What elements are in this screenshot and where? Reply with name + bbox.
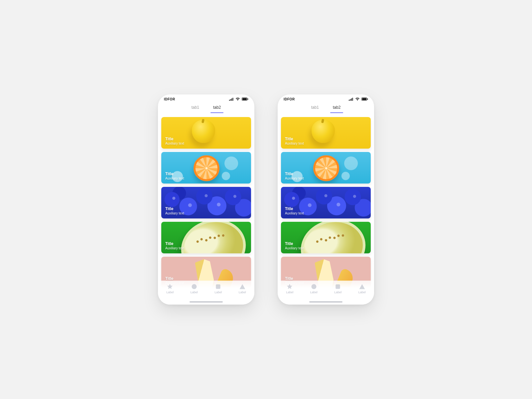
svg-rect-8 [216, 284, 220, 289]
card-aux: Auxiliary text [165, 177, 184, 180]
cellular-icon [229, 97, 234, 101]
card-title: Title [165, 276, 184, 281]
svg-rect-9 [349, 100, 349, 101]
phone-mockup-left: IDFOR tab1 tab2 Title Auxiliary text Tit… [158, 94, 254, 305]
card-title: Title [165, 137, 184, 141]
list-item[interactable]: Title Auxiliary text [161, 187, 251, 218]
tabbar-item-square[interactable]: Label [214, 283, 222, 294]
tabbar-label: Label [214, 291, 222, 294]
card-title: Title [165, 241, 184, 246]
status-bar: IDFOR [278, 94, 374, 104]
status-icons [349, 97, 368, 101]
tabbar-item-square[interactable]: Label [334, 283, 341, 294]
bottom-tabbar: Label Label Label Label [278, 281, 374, 305]
circle-icon [191, 283, 198, 290]
star-icon [167, 283, 173, 290]
phone-mockup-right: IDFOR tab1 tab2 Title Auxiliary text Tit… [278, 94, 374, 305]
tab-tab1[interactable]: tab1 [309, 104, 321, 111]
card-text: Title Auxiliary text [285, 137, 304, 145]
tabbar-label: Label [310, 291, 318, 294]
circle-icon [311, 283, 317, 290]
svg-rect-14 [362, 98, 366, 100]
star-icon [286, 283, 293, 290]
card-aux: Auxiliary text [285, 211, 304, 215]
home-indicator [309, 301, 342, 303]
wifi-icon [235, 97, 240, 101]
card-aux: Auxiliary text [285, 177, 304, 180]
carrier-label: IDFOR [164, 97, 175, 101]
list-item[interactable]: Title Auxiliary text [281, 117, 371, 149]
tabbar-item-star[interactable]: Label [166, 283, 174, 294]
card-title: Title [285, 206, 304, 211]
card-text: Title Auxiliary text [165, 172, 184, 180]
card-aux: Auxiliary text [165, 211, 184, 215]
tabbar-label: Label [334, 291, 341, 294]
cellular-icon [349, 97, 353, 101]
card-aux: Auxiliary text [165, 246, 184, 250]
tab-tab2[interactable]: tab2 [331, 104, 342, 111]
card-text: Title Auxiliary text [285, 206, 304, 215]
list-item[interactable]: Title Auxiliary text [281, 152, 371, 184]
svg-point-16 [311, 284, 316, 289]
card-title: Title [285, 137, 304, 141]
tab-tab2[interactable]: tab2 [211, 104, 223, 111]
tabbar-item-circle[interactable]: Label [191, 283, 198, 294]
tabbar-item-circle[interactable]: Label [310, 283, 318, 294]
tab-tab1[interactable]: tab1 [190, 104, 201, 111]
svg-rect-1 [230, 99, 231, 101]
status-icons [229, 97, 248, 101]
card-aux: Auxiliary text [165, 142, 184, 145]
list-item[interactable]: Title Auxiliary text [161, 117, 251, 149]
square-icon [334, 283, 341, 290]
card-list[interactable]: Title Auxiliary text Title Auxiliary tex… [158, 113, 254, 305]
list-item[interactable]: Title Auxiliary text [161, 152, 251, 184]
triangle-icon [239, 283, 246, 290]
card-title: Title [285, 172, 304, 176]
triangle-icon [359, 283, 365, 290]
list-item[interactable]: Title Auxiliary text [161, 222, 251, 253]
card-text: Title Auxiliary text [165, 206, 184, 215]
svg-rect-5 [242, 98, 247, 100]
svg-rect-11 [351, 98, 352, 101]
svg-rect-0 [229, 100, 230, 101]
top-tabs: tab1 tab2 [278, 104, 374, 113]
card-list[interactable]: Title Auxiliary text Title Auxiliary tex… [278, 113, 374, 305]
card-title: Title [285, 241, 304, 246]
tabbar-item-triangle[interactable]: Label [358, 283, 366, 294]
card-title: Title [165, 172, 184, 176]
card-text: Title Auxiliary text [285, 241, 304, 250]
tabbar-item-star[interactable]: Label [286, 283, 293, 294]
svg-rect-2 [231, 98, 232, 101]
list-item[interactable]: Title Auxiliary text [281, 187, 371, 218]
card-text: Title Auxiliary text [165, 137, 184, 145]
svg-rect-6 [248, 98, 248, 100]
tabbar-item-triangle[interactable]: Label [239, 283, 246, 294]
top-tabs: tab1 tab2 [158, 104, 254, 113]
card-title: Title [165, 206, 184, 211]
card-text: Title Auxiliary text [165, 241, 184, 250]
tabbar-label: Label [358, 291, 366, 294]
bottom-tabbar: Label Label Label Label [158, 281, 254, 305]
card-text: Title Auxiliary text [285, 172, 304, 180]
card-aux: Auxiliary text [285, 142, 304, 145]
wifi-icon [355, 97, 360, 101]
svg-rect-17 [336, 284, 340, 289]
tabbar-label: Label [166, 291, 174, 294]
list-item[interactable]: Title Auxiliary text [281, 222, 371, 253]
tabbar-label: Label [239, 291, 246, 294]
svg-rect-15 [367, 98, 368, 100]
svg-rect-12 [352, 98, 353, 101]
carrier-label: IDFOR [284, 97, 295, 101]
status-bar: IDFOR [158, 94, 254, 104]
tabbar-label: Label [191, 291, 198, 294]
home-indicator [190, 301, 223, 303]
battery-icon [242, 97, 248, 101]
card-title: Title [285, 276, 304, 281]
svg-point-7 [192, 284, 197, 289]
svg-rect-10 [350, 99, 351, 101]
square-icon [215, 283, 221, 290]
battery-icon [361, 97, 368, 101]
card-aux: Auxiliary text [285, 246, 304, 250]
tabbar-label: Label [286, 291, 293, 294]
svg-rect-3 [233, 98, 233, 101]
